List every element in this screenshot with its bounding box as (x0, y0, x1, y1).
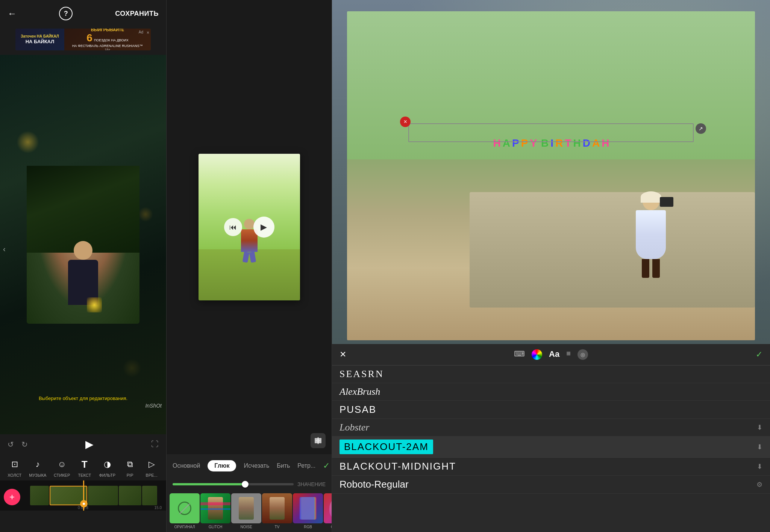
font-name-lobster: Lobster (340, 422, 369, 433)
effect-noise-label: NOISE (240, 525, 252, 529)
tools-row: ⊡ ХОЛСТ ♪ МУЗЫКА ☺ СТИКЕР T ТЕКСТ ◑ ФИЛЬ… (0, 454, 166, 480)
tab-beat[interactable]: Бить (277, 461, 290, 471)
effect-original-thumb (170, 493, 200, 523)
filter-icon: ◑ (100, 457, 114, 471)
hint-text: Выберите объект для редактирования. (39, 396, 127, 401)
compare-button[interactable] (311, 433, 326, 448)
slider-thumb[interactable] (242, 481, 249, 488)
tab-retro[interactable]: Ретр... (297, 461, 315, 471)
ad-age: 18+ (105, 48, 110, 50)
font-item-blackout-midnight[interactable]: BLACKOUT-MIDNIGHT ⬇ (332, 458, 770, 476)
font-item-seasrn[interactable]: SEASRN (332, 365, 770, 383)
ad-event: НА ФЕСТИВАЛЬ ADRENALINE RUSHIANS™ (72, 44, 143, 48)
tool-speed[interactable]: ▷ ВРЕ... (144, 457, 159, 477)
play-center-button[interactable]: ▶ (253, 217, 274, 238)
font-item-roboto[interactable]: Roboto-Regular ⚙ (332, 476, 770, 494)
ad-text-baikal: НА БАЙКАЛ (21, 39, 59, 45)
tool-filter[interactable]: ◑ ФИЛЬТР (99, 457, 115, 477)
photo-card: H A P P Y B I R T H D A H (347, 11, 755, 340)
text-editor-panel: ✕ ⌨ Aa ≡ ◎ ✓ SEASRN AlexBru (332, 344, 770, 532)
effect-noise[interactable]: NOISE (231, 493, 261, 529)
font-item-lobster[interactable]: Lobster ⬇ (332, 419, 770, 437)
fullscreen-button[interactable]: ⛶ (151, 440, 159, 449)
help-button[interactable]: ? (59, 7, 73, 20)
font-item-alexbrush[interactable]: AlexBrush (332, 383, 770, 401)
add-button[interactable]: + (4, 489, 20, 505)
bokeh-decoration-4 (123, 359, 141, 377)
effect-tv-thumb (262, 493, 292, 523)
back-button[interactable]: ← (8, 8, 17, 19)
tool-pip[interactable]: ⧉ PIP (123, 457, 137, 477)
effect-rgb-thumb (293, 493, 323, 523)
panel-middle: ⏮ ▶ Основной Глюк Исчезать Бить Ретр... … (167, 0, 332, 532)
canvas-icon: ⊡ (8, 457, 22, 471)
effect-rgb[interactable]: RGB (293, 493, 323, 529)
clip-1[interactable] (30, 486, 49, 505)
tool-canvas[interactable]: ⊡ ХОЛСТ (8, 457, 22, 477)
tab-disappear[interactable]: Исчезать (244, 461, 269, 471)
effects-strip: ОРИГИНАЛ GLITCH NOISE (167, 493, 332, 532)
text-delete-button[interactable]: × (400, 117, 411, 127)
video-preview-area: ⏮ ▶ (167, 0, 332, 454)
tool-music[interactable]: ♪ МУЗЫКА (29, 457, 46, 477)
blackout2am-download-icon[interactable]: ⬇ (757, 443, 762, 451)
speed-icon: ▷ (144, 457, 159, 471)
photo-card-image: H A P P Y B I R T H D A H (347, 11, 755, 340)
text-rotate-handle[interactable]: ↗ (696, 123, 706, 134)
toolbar-icons: ⌨ Aa ≡ ◎ (354, 349, 748, 360)
timeline-area[interactable]: + 0:03.8 15.0 (0, 480, 166, 511)
tool-sticker[interactable]: ☺ СТИКЕР (54, 457, 70, 477)
font-selector-icon[interactable]: Aa (549, 349, 559, 360)
tool-text[interactable]: T ТЕКСТ (77, 457, 92, 477)
bottom-controls: ↺ ↻ ▶ ⛶ ⊡ ХОЛСТ ♪ МУЗЫКА ☺ СТИКЕР T ТЕКС… (0, 434, 166, 532)
confirm-button[interactable]: ✓ (323, 459, 330, 472)
font-name-pusab: PUSAB (340, 404, 376, 415)
effect-original[interactable]: ОРИГИНАЛ (170, 493, 200, 529)
video-controls: ⏮ ▶ (224, 217, 274, 238)
effect-glitch[interactable]: GLITCH (200, 493, 230, 529)
playhead-thumb[interactable] (80, 500, 88, 508)
confirm-text-button[interactable]: ✓ (756, 350, 762, 359)
clip-4[interactable] (119, 486, 141, 505)
font-name-seasrn: SEASRN (340, 368, 384, 380)
music-label: МУЗЫКА (29, 473, 46, 477)
filter-label: ФИЛЬТР (99, 473, 115, 477)
style-icon[interactable]: ◎ (578, 349, 588, 360)
save-button[interactable]: СОХРАНИТЬ (115, 10, 159, 18)
blackout-midnight-download-icon[interactable]: ⬇ (757, 462, 762, 471)
keyboard-icon[interactable]: ⌨ (514, 349, 525, 360)
clip-3[interactable] (88, 486, 118, 505)
time-total: 15.0 (155, 506, 162, 510)
ad-close-button[interactable]: × (147, 30, 149, 35)
sticker-label: СТИКЕР (54, 473, 70, 477)
ad-count: 6 (86, 32, 92, 44)
lobster-download-icon[interactable]: ⬇ (757, 423, 762, 432)
play-button[interactable]: ▶ (85, 438, 94, 450)
ad-banner[interactable]: Заточен НА БАЙКАЛ НА БАЙКАЛ ВЫИГРЫВАЙТЕ … (15, 29, 151, 50)
close-text-editor-button[interactable]: ✕ (340, 350, 346, 359)
skip-back-button[interactable]: ⏮ (224, 218, 242, 236)
value-slider[interactable] (173, 483, 294, 485)
filter-tabs: Основной Глюк Исчезать Бить Ретр... ✓ (167, 454, 332, 477)
color-picker-button[interactable] (532, 349, 542, 360)
clip-5[interactable] (142, 486, 157, 505)
effect-original-label: ОРИГИНАЛ (174, 525, 195, 529)
effect-convex[interactable]: CONVEX (324, 493, 332, 529)
roboto-settings-icon[interactable]: ⚙ (756, 480, 762, 489)
font-item-blackout2am[interactable]: BLACKOUT-2AM ⬇ (332, 437, 770, 458)
effect-tv[interactable]: TV (262, 493, 292, 529)
tab-basic[interactable]: Основной (173, 461, 200, 471)
text-selection-box[interactable] (408, 123, 694, 142)
watermark: InShOt (145, 403, 162, 409)
font-item-pusab[interactable]: PUSAB (332, 401, 770, 419)
child-figure (628, 193, 673, 291)
nav-arrow-left[interactable]: ‹ (3, 245, 6, 253)
font-name-blackout2am: BLACKOUT-2AM (340, 440, 433, 454)
redo-button[interactable]: ↻ (21, 440, 28, 449)
slider-label: ЗНАЧЕНИЕ (297, 481, 326, 487)
align-icon[interactable]: ≡ (566, 349, 571, 360)
tab-glitch[interactable]: Глюк (208, 460, 236, 471)
speed-label: ВРЕ... (146, 473, 158, 477)
undo-button[interactable]: ↺ (8, 440, 14, 449)
ad-text-top: Заточен НА БАЙКАЛ (21, 34, 59, 39)
